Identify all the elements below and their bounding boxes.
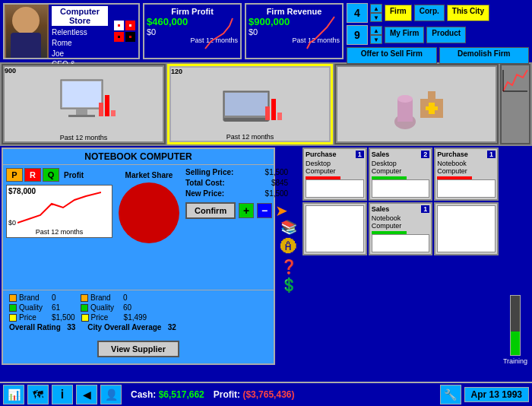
notebook-bar-label: 120 [171, 68, 182, 75]
card-body-3 [437, 179, 496, 198]
products-row: 900 Past 12 months 120 Past 12 months [0, 62, 532, 146]
map-icon[interactable]: 🗺 [27, 385, 49, 404]
notebook-svg [216, 76, 284, 125]
svg-rect-18 [265, 106, 270, 120]
brand-color [9, 294, 17, 302]
info-icon[interactable]: i [52, 385, 73, 404]
btn-q[interactable]: Q [43, 168, 59, 182]
card-purchase-desktop[interactable]: Purchase 1 DesktopComputer [302, 147, 367, 201]
card-header-5: Sales 1 [372, 205, 430, 213]
num-display-1: 4 [347, 3, 368, 23]
cards-section: Purchase 1 DesktopComputer Sales 2 Deskt… [302, 147, 499, 365]
new-price-row: New Price: $1,500 [185, 189, 288, 198]
pie-chart [119, 182, 179, 243]
product-desktop[interactable]: 900 Past 12 months [2, 64, 166, 144]
city-brand-value: 0 [123, 293, 146, 302]
card-num-3: 1 [487, 151, 496, 158]
demolish-firm-btn[interactable]: Demolish Firm [439, 47, 530, 64]
num-display-2: 9 [347, 25, 368, 45]
market-share: Market Share [116, 168, 182, 287]
my-price: Price $1,500 [9, 313, 75, 322]
stats-row-3: Price $1,500 Price $1,499 [9, 313, 268, 322]
card-sales-notebook[interactable]: Sales 1 NotebookComputer [369, 202, 433, 255]
person-icon[interactable]: 👤 [100, 385, 122, 404]
city-price: Price $1,499 [81, 313, 147, 322]
my-price-label: Price [19, 313, 49, 322]
svg-rect-12 [99, 103, 103, 116]
svg-rect-14 [111, 110, 116, 116]
total-cost-label: Total Cost: [185, 179, 224, 187]
stats-row-2: Quality 61 Quality 60 [9, 303, 268, 312]
card-type-2: Sales [372, 151, 390, 158]
card-sales-desktop[interactable]: Sales 2 DesktopComputer [369, 147, 433, 201]
city-quality-value: 60 [123, 303, 146, 312]
books-icon[interactable]: 📚 [280, 219, 297, 236]
new-price-label: New Price: [185, 189, 224, 198]
profit-timeline: Past 12 months [7, 228, 112, 236]
right-status: 🔧 Apr 13 1993 [440, 385, 529, 404]
svg-rect-19 [271, 99, 276, 120]
svg-rect-7 [129, 36, 131, 38]
ceo-name: Relentless [52, 27, 108, 38]
main-area: NOTEBOOK COMPUTER P R Q Profit $78,000 $… [0, 146, 532, 366]
cards-row-2: Sales 1 NotebookComputer [302, 202, 499, 255]
svg-rect-17 [223, 118, 269, 122]
question-icon[interactable]: ❓ [280, 259, 297, 275]
plus-btn[interactable]: + [239, 203, 254, 218]
tab-this-city[interactable]: This City [447, 5, 489, 21]
view-supplier-btn[interactable]: View Supplier [97, 341, 179, 357]
price-color [9, 314, 17, 322]
card-type-3: Purchase [437, 151, 468, 158]
btn-p[interactable]: P [6, 168, 23, 182]
cards-row-1: Purchase 1 DesktopComputer Sales 2 Deskt… [302, 147, 499, 201]
card-body-5 [372, 234, 430, 252]
num-row-2: 9 ▲ ▼ My Firm Product [347, 25, 529, 45]
right-side: 📚 🅐 ❓ 💲 Purchase 1 DesktopComputer [277, 147, 530, 365]
tab-firm[interactable]: Firm [385, 5, 412, 21]
arrow-down-2[interactable]: ▼ [370, 35, 382, 44]
icon-stack: 📚 🅐 ❓ 💲 [277, 147, 301, 365]
training-section: Training [500, 147, 530, 365]
dollar-icon[interactable]: 💲 [280, 277, 297, 293]
minus-btn[interactable]: − [257, 203, 272, 218]
my-quality-label: Quality [19, 303, 49, 312]
product-chart[interactable] [500, 64, 530, 144]
offer-to-sell-btn[interactable]: Offer to Sell Firm [347, 47, 437, 64]
city: Rome [52, 38, 108, 49]
arrow-down-1[interactable]: ▼ [370, 13, 382, 22]
selling-price-row: Selling Price: $1,500 [185, 168, 288, 176]
tab-my-firm[interactable]: My Firm [385, 27, 424, 43]
overall-rating: Overall Rating 33 [9, 323, 75, 331]
arrows-2: ▲ ▼ [370, 26, 382, 44]
profit-chart: $78,000 $0 Past 12 months [6, 185, 112, 238]
my-brand-label: Brand [19, 293, 49, 302]
training-fill [511, 331, 520, 355]
confirm-btn[interactable]: Confirm [185, 202, 236, 219]
svg-rect-25 [428, 91, 435, 99]
letter-icon[interactable]: 🅐 [280, 237, 297, 257]
notebook-label: Past 12 months [171, 133, 329, 141]
status-bar: 📊 🗺 i ◀ 👤 Cash: $6,517,662 Profit: ($3,7… [0, 382, 532, 406]
tab-corp[interactable]: Corp. [414, 5, 445, 21]
back-icon[interactable]: ◀ [76, 385, 97, 404]
city-quality-label: Quality [90, 303, 121, 312]
card-purchase-notebook[interactable]: Purchase 1 NotebookComputer [434, 147, 499, 201]
firm-profit-box: Firm Profit $460,000 $0 Past 12 months [143, 3, 242, 59]
card-empty-2 [434, 202, 499, 255]
btn-r[interactable]: R [24, 168, 41, 182]
arrow-up-2[interactable]: ▲ [370, 26, 382, 35]
city-quality: Quality 60 [81, 303, 146, 312]
arrow-up-1[interactable]: ▲ [370, 4, 382, 13]
firm-revenue-chart [306, 11, 336, 52]
product-health[interactable] [334, 64, 499, 144]
profit-label: Profit [64, 171, 84, 179]
tab-product[interactable]: Product [426, 27, 466, 43]
product-notebook[interactable]: 120 Past 12 months [167, 64, 333, 144]
firm-profit-chart [204, 11, 234, 52]
graph-icon[interactable]: 📊 [3, 385, 24, 404]
tool-icon[interactable]: 🔧 [440, 385, 461, 404]
profit-label: Profit: [214, 389, 240, 400]
profit-value: ($3,765,436) [242, 389, 294, 400]
profile-box: Computer Store Relentless Rome Joe CEO &… [3, 3, 140, 59]
card-type-5: Sales [372, 205, 390, 213]
